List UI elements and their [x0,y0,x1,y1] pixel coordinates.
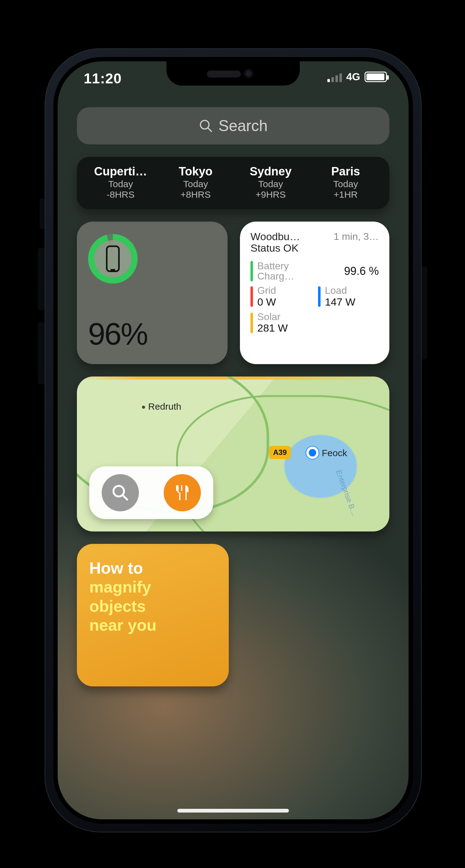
clock-paris[interactable]: Paris Today +1HR [308,165,383,200]
metric-grid: Grid 0 W [250,285,311,308]
batteries-widget[interactable]: 96% [77,222,227,364]
screen: 11:20 4G Search [58,61,409,819]
day-label: Today [308,179,383,189]
tips-widget[interactable]: How to magnify objects near you [77,544,229,686]
energy-widget[interactable]: Woodbu… Status OK 1 min, 3… Battery Char… [240,222,390,364]
clock-cupertino[interactable]: Cuperti… Today -8HRS [83,165,158,200]
fork-knife-icon [173,484,192,502]
network-label: 4G [346,71,360,83]
metric-label: Battery [257,261,328,272]
metric-value: 281 W [257,322,328,334]
battery-icon [365,71,387,82]
home-indicator[interactable] [177,809,289,812]
tips-line: magnify [89,578,216,596]
metric-label: Solar [257,312,328,322]
svg-point-0 [200,121,209,129]
updated-label: 1 min, 3… [331,231,379,242]
metric-value: 147 W [325,296,359,308]
search-placeholder: Search [219,117,268,135]
svg-line-1 [208,128,212,132]
battery-ring [88,234,137,283]
phone-icon [104,245,122,272]
map-food-button[interactable] [164,474,201,511]
offset-label: +1HR [308,189,383,200]
signal-icon [328,71,342,82]
metric-label: Grid [257,285,291,296]
notch [166,61,300,86]
tips-line: How to [89,559,216,578]
svg-line-5 [123,495,128,500]
metric-value: 99.6 % [344,265,379,278]
world-clock-widget[interactable]: Cuperti… Today -8HRS Tokyo Today +8HRS S… [77,157,390,209]
status-time: 11:20 [84,70,122,87]
city-label: Paris [315,165,377,178]
day-label: Today [83,179,158,189]
clock-tokyo[interactable]: Tokyo Today +8HRS [158,165,233,200]
road-shield: A39 [269,446,291,459]
day-label: Today [233,179,308,189]
site-name: Woodbu… [250,231,328,242]
metric-battery: Battery Charg… 99.6 % [250,261,379,282]
metric-load: Load 147 W [318,285,379,308]
map-search-button[interactable] [102,474,139,511]
city-label: Sydney [240,165,302,178]
battery-percent: 96% [88,316,216,352]
tips-line: near you [89,616,216,634]
clock-sydney[interactable]: Sydney Today +9HRS [233,165,308,200]
offset-label: +8HRS [158,189,233,200]
site-status: Status OK [250,242,328,254]
search-field[interactable]: Search [77,107,390,145]
metric-label: Load [325,285,359,296]
svg-point-4 [114,486,124,496]
day-label: Today [158,179,233,189]
metric-value: 0 W [257,296,291,308]
maps-widget[interactable]: Redruth Feock A39 Enterprise B… [77,376,390,531]
metric-sub: Charg… [257,271,328,282]
search-icon [199,119,213,133]
tips-line: objects [89,597,216,616]
search-icon [111,484,130,502]
current-location-icon [306,446,319,459]
phone-frame: 11:20 4G Search [44,48,422,832]
city-label: Cuperti… [90,165,152,178]
map-place-redruth: Redruth [142,401,181,412]
svg-rect-2 [106,246,119,271]
map-place-feock: Feock [316,448,347,458]
metric-solar: Solar 281 W [250,312,379,334]
offset-label: +9HRS [233,189,308,200]
volume-down-button[interactable] [38,322,45,384]
volume-up-button[interactable] [38,248,45,310]
offset-label: -8HRS [83,189,158,200]
map-actions [89,466,213,519]
city-label: Tokyo [165,165,227,178]
